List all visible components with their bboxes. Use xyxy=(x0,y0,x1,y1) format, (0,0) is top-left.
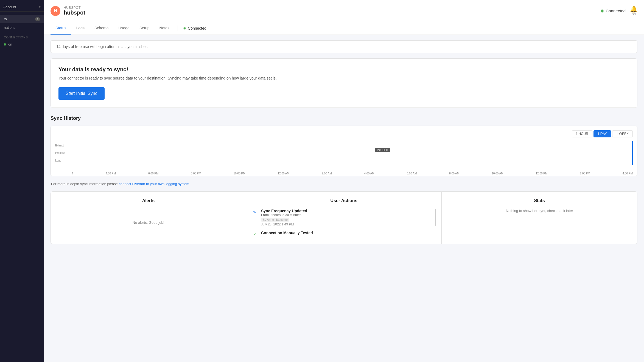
y-label-extract: Extract xyxy=(55,144,72,147)
chart-x-labels: 4 4:00 PM 6:00 PM 8:00 PM 10:00 PM 12:00… xyxy=(72,171,633,176)
chart-y-labels: Extract Process Load xyxy=(55,141,72,165)
sidebar-item-connection[interactable]: on xyxy=(0,40,44,49)
action-title-1: Connection Manually Tested xyxy=(261,231,313,235)
sync-history-title: Sync History xyxy=(51,115,637,121)
tab-logs[interactable]: Logs xyxy=(71,22,89,35)
sync-ready-title: Your data is ready to sync! xyxy=(58,66,629,73)
sidebar-item-label: nations xyxy=(4,26,15,30)
chart-current-time-line xyxy=(632,141,633,165)
user-action-item-1: ✓ Connection Manually Tested xyxy=(252,231,434,237)
hubspot-logo-icon: H xyxy=(51,6,60,16)
info-banner-text: 14 days of free use will begin after ini… xyxy=(56,44,147,49)
tab-connected-dot xyxy=(183,27,186,30)
start-initial-sync-button[interactable]: Start Initial Sync xyxy=(58,87,105,100)
alerts-panel: Alerts No alerts. Good job! xyxy=(51,192,246,244)
alerts-panel-title: Alerts xyxy=(56,198,240,203)
x-label-1: 4:00 PM xyxy=(106,172,116,175)
alerts-content: No alerts. Good job! xyxy=(56,209,240,231)
header-title-block: Hubspot hubspot xyxy=(64,6,85,16)
x-label-4: 10:00 PM xyxy=(234,172,245,175)
connection-status-dot xyxy=(4,43,6,46)
notification-bell-area[interactable]: 🔔 ON xyxy=(630,6,637,16)
bell-on-label: ON xyxy=(632,13,636,16)
sidebar-chevron-icon[interactable]: ▾ xyxy=(39,5,41,9)
y-label-process: Process xyxy=(55,151,72,154)
info-banner: 14 days of free use will begin after ini… xyxy=(51,40,637,53)
chart-area: PAUSED xyxy=(72,141,633,165)
x-label-8: 6:00 AM xyxy=(407,172,417,175)
action-body-0: Sync Frequency Updated From 0 hours to 3… xyxy=(261,209,307,226)
user-actions-title: User Actions xyxy=(252,198,436,203)
x-label-5: 12:00 AM xyxy=(278,172,289,175)
header-left: H Hubspot hubspot xyxy=(51,6,85,16)
sync-history-section: Sync History 1 HOUR 1 DAY 1 WEEK Extract… xyxy=(51,115,637,186)
header: H Hubspot hubspot Connected 🔔 ON xyxy=(44,0,644,22)
tab-divider xyxy=(178,26,178,31)
y-label-load: Load xyxy=(55,159,72,162)
tab-connected-label: Connected xyxy=(188,26,206,30)
action-body-1: Connection Manually Tested xyxy=(261,231,313,235)
x-label-12: 2:00 PM xyxy=(580,172,590,175)
tab-setup[interactable]: Setup xyxy=(135,22,155,35)
x-label-11: 12:00 PM xyxy=(536,172,548,175)
connected-dot-icon xyxy=(601,9,604,13)
sync-ready-card: Your data is ready to sync! Your connect… xyxy=(51,58,637,108)
chart-grid-line-1 xyxy=(72,149,633,149)
action-user-0: By Anne Hapcome xyxy=(261,218,289,222)
sidebar-badge: 1 xyxy=(35,17,40,21)
user-actions-list: ✎ Sync Frequency Updated From 0 hours to… xyxy=(252,209,436,237)
main-content: H Hubspot hubspot Connected 🔔 ON Status … xyxy=(44,0,644,362)
period-1hour-button[interactable]: 1 HOUR xyxy=(572,130,592,137)
check-icon: ✓ xyxy=(252,231,258,237)
tab-schema[interactable]: Schema xyxy=(89,22,113,35)
sidebar-item-rs[interactable]: rs 1 xyxy=(0,15,44,23)
sidebar-connections-label: Connections xyxy=(0,32,44,40)
stats-empty-message: Nothing to show here yet, check back lat… xyxy=(447,209,632,213)
scrollbar-indicator[interactable] xyxy=(435,209,436,226)
tabs-bar: Status Logs Schema Usage Setup Notes Con… xyxy=(44,22,644,35)
header-right: Connected 🔔 ON xyxy=(601,6,637,16)
bottom-panels: Alerts No alerts. Good job! User Actions… xyxy=(51,191,637,244)
alerts-empty-message: No alerts. Good job! xyxy=(133,220,164,225)
bell-icon[interactable]: 🔔 xyxy=(630,6,637,13)
tab-notes[interactable]: Notes xyxy=(154,22,174,35)
connected-label: Connected xyxy=(606,9,626,13)
action-detail-0: From 0 hours to 30 minutes xyxy=(261,213,307,217)
header-app-name: Hubspot xyxy=(64,6,85,10)
x-label-0: 4 xyxy=(72,172,73,175)
user-action-item-0: ✎ Sync Frequency Updated From 0 hours to… xyxy=(252,209,434,226)
chart-grid-line-2 xyxy=(72,157,633,157)
sync-info-link[interactable]: connect Fivetran to your own logging sys… xyxy=(119,182,190,186)
sync-ready-description: Your connector is ready to sync source d… xyxy=(58,75,629,81)
action-date-0: July 28, 2022 1:49 PM xyxy=(261,222,307,226)
tab-connected-indicator: Connected xyxy=(183,26,206,30)
sidebar-account-label: Account xyxy=(3,5,16,9)
period-1week-button[interactable]: 1 WEEK xyxy=(612,130,633,137)
connected-badge: Connected xyxy=(601,9,626,13)
sidebar-item-label: rs xyxy=(4,17,7,21)
sidebar-connection-label: on xyxy=(8,42,12,46)
x-label-3: 8:00 PM xyxy=(191,172,201,175)
page-body: 14 days of free use will begin after ini… xyxy=(44,35,644,362)
header-connector-name: hubspot xyxy=(64,10,85,16)
tab-status[interactable]: Status xyxy=(51,22,71,35)
x-label-10: 10:00 AM xyxy=(492,172,503,175)
chart-period-buttons: 1 HOUR 1 DAY 1 WEEK xyxy=(55,130,633,137)
sidebar: Account ▾ rs 1 nations Connections on xyxy=(0,0,44,362)
stats-panel-title: Stats xyxy=(447,198,632,203)
edit-icon: ✎ xyxy=(252,209,258,215)
sync-info-text: For more in depth sync information pleas… xyxy=(51,182,637,186)
period-1day-button[interactable]: 1 DAY xyxy=(593,130,611,137)
sidebar-item-nations[interactable]: nations xyxy=(0,23,44,32)
tab-usage[interactable]: Usage xyxy=(113,22,134,35)
x-label-13: 4:00 PM xyxy=(623,172,633,175)
sync-info-prefix: For more in depth sync information pleas… xyxy=(51,182,119,186)
x-label-7: 4:00 AM xyxy=(364,172,374,175)
sidebar-account-section[interactable]: Account ▾ xyxy=(0,3,44,12)
sync-history-chart-container: 1 HOUR 1 DAY 1 WEEK Extract Process Load… xyxy=(51,126,637,176)
x-label-2: 6:00 PM xyxy=(148,172,158,175)
action-title-0: Sync Frequency Updated xyxy=(261,209,307,213)
chart-paused-badge: PAUSED xyxy=(375,148,390,152)
chart-wrapper: Extract Process Load PAUSED xyxy=(55,141,633,171)
x-label-6: 2:00 AM xyxy=(322,172,332,175)
